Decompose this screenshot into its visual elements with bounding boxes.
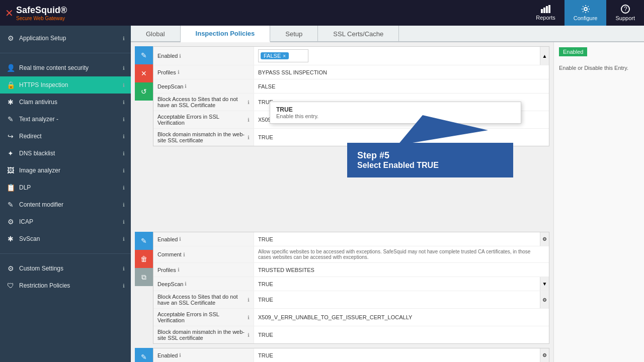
- info-icon[interactable]: ℹ: [248, 117, 250, 123]
- acceptable-errors-label-2: Acceptable Errors in SSL Verification ℹ: [153, 309, 254, 326]
- main-content: Global Inspection Policies Setup SSL Cer…: [131, 26, 644, 362]
- main-layout: ⚙ Application Setup ℹ 👤 Real time conten…: [0, 26, 644, 362]
- policy-block-2: ✎ 🗑 ⧉ Enabled ℹ TRUE ⚙ Comment ℹ Allow s…: [135, 232, 549, 344]
- step-action: Select Enabled TRUE: [357, 161, 503, 170]
- sidebar-label: Clam antivirus: [19, 99, 121, 106]
- sidebar-item-redirect[interactable]: ↪ Redirect ℹ: [0, 128, 131, 145]
- info-icon[interactable]: ℹ: [123, 100, 125, 105]
- info-icon[interactable]: ℹ: [178, 69, 180, 75]
- configure-button[interactable]: Configure: [565, 0, 607, 26]
- scroll-top-btn[interactable]: ▲: [540, 47, 549, 65]
- dns-icon: ✦: [6, 149, 15, 158]
- copy-button-2[interactable]: ⧉: [135, 268, 153, 286]
- info-icon[interactable]: ℹ: [123, 151, 125, 156]
- info-icon[interactable]: ℹ: [123, 117, 125, 122]
- sidebar-item-icap[interactable]: ⚙ ICAP ℹ: [0, 213, 131, 230]
- logo-area: ✕ SafeSquid® Secure Web Gateway: [0, 5, 131, 21]
- delete-button-2[interactable]: 🗑: [135, 250, 153, 268]
- edit-button-1[interactable]: ✎: [135, 46, 153, 64]
- right-panel-title: Enabled: [559, 47, 587, 56]
- info-icon[interactable]: ℹ: [123, 168, 125, 173]
- deepscan-value: FALSE: [254, 79, 549, 93]
- logo-icon: ✕: [5, 7, 14, 19]
- info-icon[interactable]: ℹ: [185, 281, 187, 287]
- info-icon[interactable]: ℹ: [123, 185, 125, 191]
- info-icon[interactable]: ℹ: [123, 236, 125, 242]
- sidebar-item-restriction[interactable]: 🛡 Restriction Policies ℹ: [0, 277, 131, 294]
- sidebar-item-realtime[interactable]: 👤 Real time content security ℹ: [0, 59, 131, 76]
- settings-btn-2b[interactable]: ⚙: [540, 291, 549, 308]
- step-box: Step #5 Select Enabled TRUE: [347, 143, 513, 177]
- info-icon[interactable]: ℹ: [123, 65, 125, 71]
- enabled-row-2: Enabled ℹ TRUE ⚙: [153, 232, 549, 246]
- info-icon[interactable]: ℹ: [185, 83, 187, 89]
- settings-btn-3[interactable]: ⚙: [540, 348, 549, 362]
- svg-rect-0: [541, 9, 543, 13]
- tab-setup[interactable]: Setup: [270, 26, 318, 42]
- sidebar-item-application-setup[interactable]: ⚙ Application Setup ℹ: [0, 30, 131, 47]
- edit-button-2[interactable]: ✎: [135, 232, 153, 250]
- tag-input[interactable]: FALSE ×: [258, 49, 308, 62]
- edit-button-3[interactable]: ✎: [135, 348, 153, 362]
- info-icon[interactable]: ℹ: [123, 134, 125, 139]
- support-button[interactable]: ? Support: [606, 0, 644, 26]
- sidebar-label: Application Setup: [19, 35, 121, 42]
- sidebar-label: ICAP: [19, 218, 121, 225]
- info-icon[interactable]: ℹ: [248, 297, 250, 303]
- tag-close[interactable]: ×: [283, 53, 286, 59]
- info-icon[interactable]: ℹ: [248, 100, 250, 105]
- enabled-row-3: Enabled ℹ TRUE ⚙: [153, 348, 549, 362]
- settings-btn-2[interactable]: ⚙: [540, 232, 549, 246]
- sidebar-item-https[interactable]: 🔒 HTTPS Inspection ℹ: [0, 76, 131, 94]
- redirect-icon: ↪: [6, 132, 15, 141]
- svg-point-4: [584, 8, 587, 11]
- tab-ssl-certs[interactable]: SSL Certs/Cache: [318, 26, 399, 42]
- lock-icon: 🔒: [6, 80, 15, 89]
- enabled-row-1: Enabled ℹ FALSE × ▲: [153, 47, 549, 65]
- info-icon[interactable]: ℹ: [179, 352, 181, 358]
- info-icon[interactable]: ℹ: [179, 53, 181, 59]
- info-icon[interactable]: ℹ: [178, 267, 180, 273]
- info-icon[interactable]: ℹ: [123, 283, 125, 289]
- tab-inspection[interactable]: Inspection Policies: [181, 26, 271, 42]
- configure-label: Configure: [574, 15, 598, 21]
- enabled-label-2: Enabled ℹ: [153, 232, 254, 246]
- clam-icon: ✱: [6, 98, 15, 107]
- info-icon[interactable]: ℹ: [248, 332, 250, 338]
- delete-button-1[interactable]: ✕: [135, 64, 153, 82]
- support-label: Support: [615, 15, 635, 21]
- sidebar-item-text[interactable]: ✎ Text analyzer - ℹ: [0, 111, 131, 128]
- content-area: ✎ ✕ ↺ Enabled ℹ: [131, 42, 644, 362]
- dlp-icon: 📋: [6, 183, 15, 192]
- tab-global[interactable]: Global: [131, 26, 181, 42]
- sidebar-item-dns[interactable]: ✦ DNS blacklist ℹ: [0, 145, 131, 162]
- sidebar-item-image[interactable]: 🖼 Image analyzer ℹ: [0, 162, 131, 179]
- header: ✕ SafeSquid® Secure Web Gateway Reports …: [0, 0, 644, 26]
- sidebar-item-content[interactable]: ✎ Content modifier ℹ: [0, 196, 131, 213]
- acceptable-errors-row-2: Acceptable Errors in SSL Verification ℹ …: [153, 309, 549, 326]
- profiles-label-2: Profiles ℹ: [153, 263, 254, 277]
- sidebar-item-custom[interactable]: ⚙ Custom Settings ℹ: [0, 260, 131, 277]
- info-icon[interactable]: ℹ: [123, 219, 125, 225]
- comment-value-2: Allow specific websites to be accessed w…: [254, 246, 549, 262]
- info-icon[interactable]: ℹ: [248, 315, 250, 320]
- acceptable-errors-label: Acceptable Errors in SSL Verification ℹ: [153, 111, 254, 128]
- info-icon[interactable]: ℹ: [179, 236, 181, 242]
- enabled-label: Enabled ℹ: [153, 47, 254, 65]
- info-icon[interactable]: ℹ: [123, 82, 125, 88]
- info-icon[interactable]: ℹ: [123, 202, 125, 208]
- info-icon[interactable]: ℹ: [248, 135, 250, 140]
- info-icon[interactable]: ℹ: [123, 36, 125, 41]
- info-icon[interactable]: ℹ: [183, 252, 185, 257]
- down-btn-2[interactable]: ▼: [540, 277, 549, 291]
- sidebar-item-dlp[interactable]: 📋 DLP ℹ: [0, 179, 131, 196]
- history-button-1[interactable]: ↺: [135, 82, 153, 101]
- sidebar-item-clam[interactable]: ✱ Clam antivirus ℹ: [0, 94, 131, 111]
- enabled-label-3: Enabled ℹ: [153, 348, 254, 362]
- info-icon[interactable]: ℹ: [123, 266, 125, 272]
- sidebar-item-svscan[interactable]: ✱ SvScan ℹ: [0, 230, 131, 247]
- reports-button[interactable]: Reports: [527, 0, 565, 26]
- custom-icon: ⚙: [6, 264, 15, 273]
- svg-rect-1: [543, 8, 545, 13]
- tag-text-input[interactable]: [291, 53, 306, 59]
